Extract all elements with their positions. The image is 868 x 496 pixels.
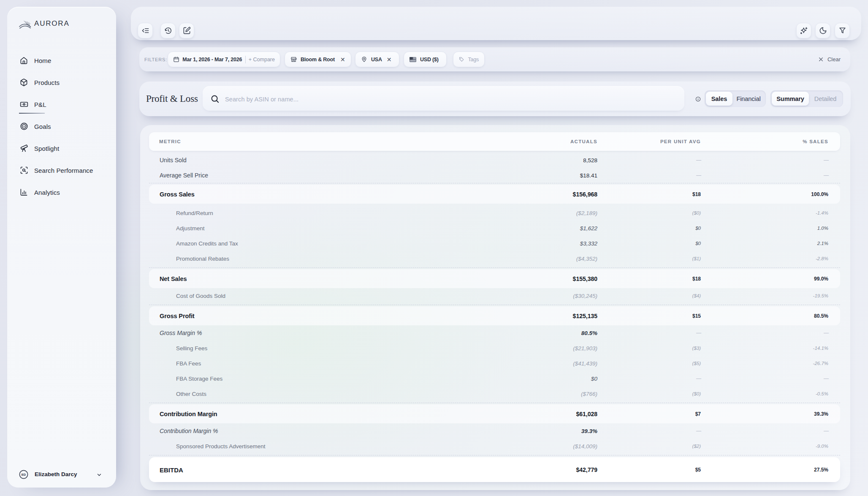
svg-text:ED: ED	[22, 473, 26, 477]
